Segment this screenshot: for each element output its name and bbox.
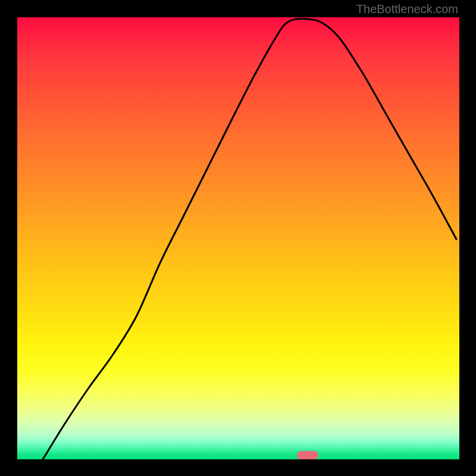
chart-frame: TheBottleneck.com	[0, 0, 476, 476]
optimal-marker	[297, 451, 318, 459]
watermark-text: TheBottleneck.com	[356, 2, 458, 16]
bottleneck-curve	[17, 17, 459, 459]
plot-area	[17, 17, 459, 459]
